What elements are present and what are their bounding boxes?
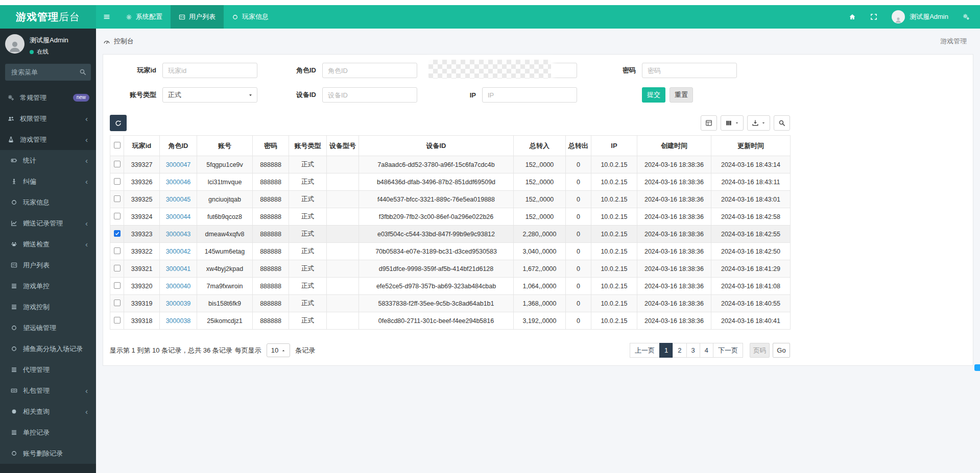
sidebar-item-related-query[interactable]: 相关查询‹: [0, 401, 96, 422]
search-toggle-button[interactable]: [774, 115, 790, 131]
sidebar-item-correction[interactable]: 纠偏‹: [0, 171, 96, 192]
cell-role-id: 3000041: [160, 260, 197, 278]
table-row[interactable]: 33932030000407ma9fxwroin888888正式efe52ce5…: [110, 278, 791, 295]
table-row[interactable]: 3393253000045gnciuojtqab888888正式f440e537…: [110, 191, 791, 208]
reset-button[interactable]: 重置: [670, 87, 693, 103]
sidebar-item-game-single-control[interactable]: 游戏单控: [0, 276, 96, 296]
device-id-input[interactable]: [322, 87, 417, 103]
table-row[interactable]: 3393193000039bis158t6fk9888888正式58337838…: [110, 295, 791, 312]
account-type-select[interactable]: 正式: [162, 87, 257, 103]
sidebar-item-gift-record-management[interactable]: 赠送记录管理‹: [0, 213, 96, 234]
page-button-2[interactable]: 2: [673, 343, 686, 358]
table-row[interactable]: 33932730000475fqgpu1ce9v888888正式7a8aadc6…: [110, 156, 791, 173]
sidebar-item-fishing-high-score-entry-records[interactable]: 捕鱼高分场入场记录: [0, 338, 96, 359]
sidebar-item-game-control[interactable]: 游戏控制: [0, 296, 96, 317]
new-badge: new: [73, 94, 89, 102]
top-gap: [0, 0, 980, 5]
select-all-checkbox[interactable]: [114, 142, 121, 148]
toggle-view-button[interactable]: [701, 115, 717, 131]
table-row[interactable]: 3393263000046lci31tmvque888888正式b486436d…: [110, 173, 791, 191]
page-jump-input[interactable]: [750, 343, 770, 358]
page-button-3[interactable]: 3: [686, 343, 700, 358]
cell-password: 888888: [253, 208, 289, 226]
table-row[interactable]: 339318300003825ikomcdjz1888888正式0fe8cd80…: [110, 312, 791, 330]
go-button[interactable]: Go: [773, 343, 790, 358]
role-id-input[interactable]: [322, 63, 417, 78]
row-checkbox[interactable]: [114, 230, 121, 237]
cell-player-id: 339326: [124, 173, 160, 191]
sidebar-item-account-deletion-records[interactable]: 账号删除记录: [0, 443, 96, 464]
player-id-input[interactable]: [162, 63, 257, 78]
online-status-dot: [30, 50, 34, 54]
export-button[interactable]: [747, 115, 770, 131]
table-row[interactable]: 3393223000042145wum6etag888888正式70b05834…: [110, 243, 791, 260]
role-id-link[interactable]: 3000041: [166, 265, 191, 272]
row-checkbox[interactable]: [114, 265, 121, 271]
row-checkbox[interactable]: [114, 247, 121, 254]
cell-account: 5fqgpu1ce9v: [197, 156, 253, 173]
menu-search-input[interactable]: [5, 64, 91, 81]
role-id-link[interactable]: 3000039: [166, 300, 191, 307]
tab-player-info[interactable]: 玩家信息: [224, 5, 277, 29]
user-menu[interactable]: 测试服Admin: [892, 10, 948, 23]
page-size-dropdown[interactable]: 10: [267, 343, 290, 357]
password-input[interactable]: [642, 63, 737, 78]
sidebar-item-telescope-management[interactable]: 望远镜管理: [0, 317, 96, 338]
column-header-created-at: 创建时间: [637, 136, 711, 156]
role-id-link[interactable]: 3000046: [166, 179, 191, 186]
cogs-icon: [8, 94, 20, 101]
submit-button[interactable]: 提交: [642, 87, 665, 103]
cell-account: bis158t6fk9: [197, 295, 253, 312]
role-id-link[interactable]: 3000040: [166, 283, 191, 290]
role-id-link[interactable]: 3000043: [166, 231, 191, 238]
row-checkbox[interactable]: [114, 300, 121, 306]
table-row[interactable]: 3393243000044fut6b9qcoz8888888正式f3fbb209…: [110, 208, 791, 226]
tab-user-list[interactable]: 用户列表: [171, 5, 224, 29]
scrollbar-thumb[interactable]: [974, 364, 980, 371]
sidebar-item-gift-pack-management[interactable]: 礼包管理‹: [0, 380, 96, 401]
ip-input[interactable]: [482, 87, 577, 103]
main-content: 控制台 游戏管理 玩家id 角色ID 账号 密码: [96, 29, 980, 473]
sidebar-item-game-management[interactable]: 游戏管理‹: [0, 129, 96, 150]
page-button-1[interactable]: 1: [659, 343, 673, 358]
sidebar-item-statistics[interactable]: 统计‹: [0, 150, 96, 171]
flask-icon: [8, 136, 20, 143]
row-checkbox[interactable]: [114, 195, 121, 202]
sidebar-toggle-button[interactable]: [96, 5, 117, 29]
sidebar-item-gift-check[interactable]: 赠送检查‹: [0, 234, 96, 255]
table-row[interactable]: 3393233000043dmeaw4xqfv8888888正式e03f504c…: [110, 226, 791, 243]
refresh-button[interactable]: [110, 115, 127, 131]
sidebar-item-permission-management[interactable]: 权限管理‹: [0, 108, 96, 129]
home-icon[interactable]: [849, 13, 856, 20]
role-id-link[interactable]: 3000038: [166, 317, 191, 325]
row-checkbox[interactable]: [114, 317, 121, 323]
cell-updated-at: 2024-03-16 18:40:55: [711, 295, 791, 312]
role-id-link[interactable]: 3000047: [166, 161, 191, 168]
row-checkbox[interactable]: [114, 282, 121, 289]
per-page-suffix: 条记录: [295, 346, 315, 355]
columns-button[interactable]: [721, 115, 744, 131]
sidebar-item-user-list[interactable]: 用户列表: [0, 255, 96, 276]
tab-system-config[interactable]: 系统配置: [117, 5, 171, 29]
sidebar: 测试服Admin 在线 常规管理new权限管理‹游戏管理‹统计‹纠偏‹玩家信息赠…: [0, 29, 96, 473]
cell-account-type: 正式: [289, 260, 327, 278]
table-row[interactable]: 3393213000041xw4byj2kpad888888正式d951dfce…: [110, 260, 791, 278]
sidebar-item-player-info[interactable]: 玩家信息: [0, 192, 96, 213]
row-checkbox[interactable]: [114, 213, 121, 219]
fullscreen-icon[interactable]: [870, 13, 877, 20]
page-button-4[interactable]: 4: [700, 343, 713, 358]
row-checkbox[interactable]: [114, 178, 121, 185]
row-checkbox[interactable]: [114, 161, 121, 167]
next-page-button[interactable]: 下一页: [713, 343, 743, 358]
sidebar-item-single-control-records[interactable]: 单控记录: [0, 422, 96, 443]
prev-page-button[interactable]: 上一页: [630, 343, 660, 358]
settings-gears-icon[interactable]: [963, 13, 970, 20]
role-id-link[interactable]: 3000044: [166, 213, 191, 220]
cell-player-id: 339327: [124, 156, 160, 173]
role-id-link[interactable]: 3000042: [166, 248, 191, 255]
sidebar-item-general-management[interactable]: 常规管理new: [0, 87, 96, 108]
role-id-link[interactable]: 3000045: [166, 196, 191, 203]
cell-created-at: 2024-03-16 18:38:36: [637, 312, 711, 330]
sidebar-item-agent-management[interactable]: 代理管理: [0, 359, 96, 380]
cell-total-in: 152,,0000: [514, 208, 566, 226]
